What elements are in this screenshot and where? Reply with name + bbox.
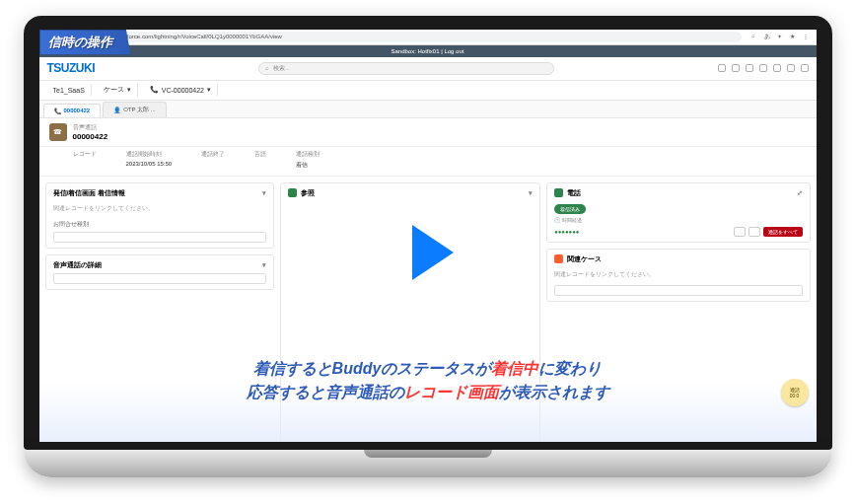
- panel-phone: 電話⤢ 着信済み 🕐 時間経過 ●●●●●●● 通話をすべて: [546, 182, 810, 243]
- nav-item-voicecall[interactable]: 📞 VC-00000422 ▾: [144, 84, 218, 96]
- caller-id: ●●●●●●●: [554, 229, 579, 235]
- call-status-badge: 着信済み: [554, 204, 586, 214]
- laptop-base: [24, 450, 832, 477]
- phone-icon: [554, 188, 563, 197]
- play-button[interactable]: [359, 183, 497, 322]
- field-call-type: 通話種別着信: [296, 150, 320, 170]
- sandbox-banner: Sandbox: Hotfix01 | Log out: [39, 45, 817, 57]
- field-language: 言語: [254, 150, 266, 170]
- end-call-button[interactable]: 通話をすべて: [763, 227, 803, 237]
- extensions-icon[interactable]: ✦: [777, 33, 785, 40]
- record-highlight-fields: レコード 通話開始時刻2023/10/05 15:50 通話終了 言語 通話種別…: [39, 147, 817, 177]
- app-header: TSUZUKI ⌕ 検索...: [39, 57, 817, 81]
- bell-icon[interactable]: [787, 64, 795, 72]
- expand-icon[interactable]: ⤢: [797, 189, 803, 197]
- case-icon: [554, 254, 563, 263]
- list-icon: [288, 188, 297, 197]
- record-type: 音声通話: [73, 123, 108, 132]
- brand-logo: TSUZUKI: [47, 61, 96, 75]
- tab-voicecall[interactable]: 📞 00000422: [43, 104, 102, 117]
- panel-call-details: 音声通話の詳細▾: [45, 254, 275, 290]
- field-end-time: 通話終了: [201, 150, 225, 170]
- subtitle-caption: 着信するとBuddyのステータスが着信中に変わり 応答すると音声通話のレコード画…: [39, 357, 817, 404]
- case-search-input[interactable]: [554, 285, 802, 296]
- panel-incoming-info: 発信/着信画面 着信情報▾ 関連レコードをリンクしてください。 お問合せ種別: [45, 182, 275, 249]
- bookmark-icon[interactable]: ★: [790, 33, 798, 40]
- mute-button[interactable]: [748, 227, 760, 237]
- search-icon[interactable]: ⌕: [751, 33, 759, 40]
- panel-related-case: 関連ケース 関連レコードをリンクしてください。: [546, 249, 810, 302]
- detail-input[interactable]: [53, 273, 267, 284]
- browser-action-icons: ⌕ あ ✦ ★ ⋮: [751, 33, 811, 40]
- chevron-down-icon[interactable]: ▾: [262, 189, 266, 197]
- tab-contact[interactable]: 👤 OTP 太郎 ...: [103, 102, 167, 117]
- play-icon: [412, 225, 454, 280]
- app-name[interactable]: Te1_SaaS: [47, 85, 92, 96]
- voicecall-icon: ☎: [49, 123, 67, 141]
- app-launcher-icon[interactable]: [746, 64, 753, 72]
- field-start-time: 通話開始時刻2023/10/05 15:50: [126, 150, 173, 170]
- translate-icon[interactable]: あ: [764, 33, 772, 40]
- workspace-tabs: 📞 00000422 👤 OTP 太郎 ...: [39, 101, 817, 118]
- laptop-frame: 信時の操作 ‹ › ⟳ sandbox.lightning.force.com/…: [24, 16, 832, 489]
- avatar-icon[interactable]: [801, 64, 809, 72]
- search-placeholder: 検索...: [273, 64, 290, 73]
- inquiry-type-select[interactable]: [53, 232, 267, 243]
- chevron-down-icon[interactable]: ▾: [529, 189, 533, 197]
- chevron-down-icon[interactable]: ▾: [262, 261, 266, 269]
- record-number: 00000422: [73, 132, 108, 141]
- field-record: レコード: [73, 150, 97, 170]
- favorites-icon[interactable]: [718, 64, 726, 72]
- url-bar[interactable]: sandbox.lightning.force.com/lightning/r/…: [72, 32, 742, 42]
- video-title-banner: 信時の操作: [39, 30, 131, 55]
- record-header: ☎ 音声通話 00000422: [39, 118, 817, 147]
- object-nav: Te1_SaaS ケース ▾ 📞 VC-00000422 ▾: [39, 81, 817, 101]
- search-icon: ⌕: [265, 65, 269, 71]
- help-icon[interactable]: [759, 64, 767, 72]
- header-utility-icons: [718, 64, 809, 72]
- global-search[interactable]: ⌕ 検索...: [258, 62, 554, 75]
- elapsed-timer: 🕐 時間経過: [554, 217, 802, 223]
- nav-item-case[interactable]: ケース ▾: [98, 83, 138, 97]
- menu-icon[interactable]: ⋮: [803, 33, 811, 40]
- gear-icon[interactable]: [773, 64, 781, 72]
- pause-button[interactable]: [734, 227, 746, 237]
- add-icon[interactable]: [732, 64, 740, 72]
- browser-chrome: ‹ › ⟳ sandbox.lightning.force.com/lightn…: [39, 30, 817, 45]
